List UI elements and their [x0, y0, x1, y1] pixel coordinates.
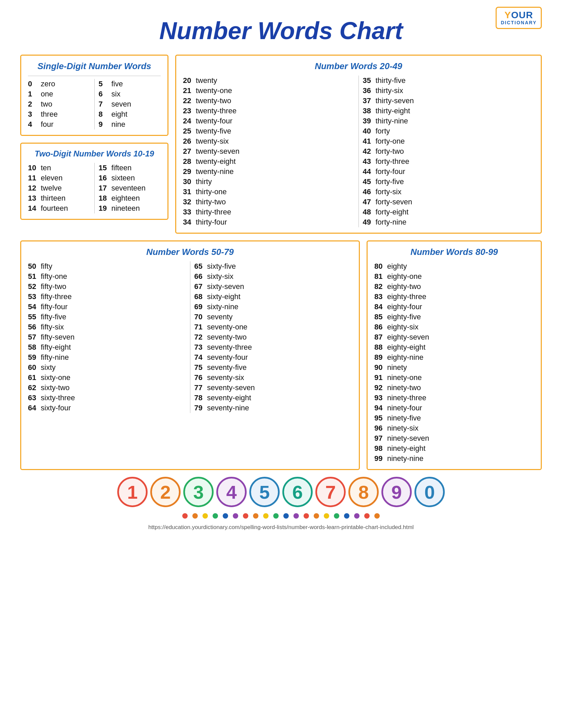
dots-row: [20, 513, 542, 519]
dot-8: [263, 513, 269, 519]
single-digit-divider: [94, 79, 95, 129]
number-word: nineteen: [112, 204, 140, 213]
list-item: 98ninety-eight: [374, 443, 531, 454]
number-word: fifty-six: [41, 323, 64, 331]
number-word: ninety-seven: [387, 434, 429, 443]
number-value: 89: [374, 353, 387, 362]
number-word: forty-seven: [376, 198, 412, 206]
list-item: 93ninety-three: [374, 393, 531, 403]
number-value: 10: [28, 164, 41, 172]
number-value: 29: [183, 167, 196, 176]
deco-number-5: 5: [249, 477, 280, 507]
number-value: 47: [363, 198, 376, 206]
dot-3: [213, 513, 218, 519]
deco-number-6: 6: [282, 477, 313, 507]
list-item: 89eighty-nine: [374, 352, 531, 362]
list-item: 85eighty-five: [374, 312, 531, 322]
number-word: eighty: [387, 262, 407, 271]
list-item: 40forty: [363, 126, 531, 136]
number-value: 37: [363, 96, 376, 105]
number-value: 49: [363, 218, 376, 227]
list-item: 74seventy-four: [194, 352, 349, 362]
number-word: eighty-one: [387, 272, 422, 281]
number-word: seventy-six: [207, 373, 244, 382]
list-item: 7seven: [99, 99, 158, 109]
single-digit-table: 0zero1one2two3three4four 5five6six7seven…: [28, 76, 161, 129]
two-digit-col2: 15fifteen16sixteen17seventeen18eighteen1…: [99, 163, 161, 213]
eighty-ninetynine-table: 80eighty81eighty-one82eighty-two83eighty…: [374, 261, 534, 464]
number-word: fifty-three: [41, 292, 72, 301]
list-item: 57fifty-seven: [28, 332, 183, 342]
number-value: 31: [183, 187, 196, 196]
logo-dictionary: DICTIONARY: [501, 20, 537, 25]
dot-11: [293, 513, 299, 519]
list-item: 45forty-five: [363, 177, 531, 187]
number-value: 68: [194, 292, 207, 301]
decorative-numbers: 1234567890: [20, 477, 542, 507]
list-item: 83eighty-three: [374, 292, 531, 302]
list-item: 26twenty-six: [183, 136, 351, 146]
number-value: 91: [374, 373, 387, 382]
list-item: 22twenty-two: [183, 96, 351, 106]
list-item: 12twelve: [28, 183, 87, 193]
list-item: 9nine: [99, 119, 158, 129]
eighty-ninetynine-title: Number Words 80-99: [374, 247, 534, 257]
number-value: 81: [374, 272, 387, 281]
list-item: 62sixty-two: [28, 383, 183, 393]
list-item: 94ninety-four: [374, 403, 531, 413]
number-value: 24: [183, 117, 196, 125]
list-item: 37thirty-seven: [363, 96, 531, 106]
list-item: 52fifty-two: [28, 282, 183, 292]
logo-y: Y: [504, 10, 511, 20]
number-value: 63: [28, 394, 41, 402]
number-word: eighty-eight: [387, 343, 426, 352]
number-word: twenty-six: [196, 137, 229, 146]
list-item: 64sixty-four: [28, 403, 183, 413]
list-item: 68sixty-eight: [194, 292, 349, 302]
twenty-fortynine-box: Number Words 20-49 20twenty21twenty-one2…: [175, 55, 542, 234]
number-word: sixty-five: [207, 262, 236, 271]
number-value: 19: [99, 204, 112, 213]
number-value: 32: [183, 198, 196, 206]
list-item: 15fifteen: [99, 163, 158, 173]
list-item: 32thirty-two: [183, 197, 351, 207]
number-word: fifty-four: [41, 302, 67, 311]
number-word: eleven: [41, 174, 63, 182]
number-value: 62: [28, 383, 41, 392]
deco-number-9: 9: [381, 477, 412, 507]
dot-14: [324, 513, 329, 519]
number-value: 39: [363, 117, 376, 125]
number-value: 92: [374, 383, 387, 392]
number-word: eighty-five: [387, 313, 421, 321]
number-word: ninety-nine: [387, 454, 424, 463]
list-item: 80eighty: [374, 261, 531, 271]
number-value: 38: [363, 107, 376, 115]
number-value: 55: [28, 313, 41, 321]
number-value: 43: [363, 157, 376, 166]
dot-2: [202, 513, 208, 519]
number-value: 33: [183, 208, 196, 216]
number-value: 42: [363, 147, 376, 156]
dot-18: [364, 513, 370, 519]
eighty-ninetynine-col1: 80eighty81eighty-one82eighty-two83eighty…: [374, 261, 534, 464]
number-word: sixty-nine: [207, 302, 239, 311]
dot-19: [374, 513, 380, 519]
number-word: thirty-six: [376, 86, 403, 95]
number-value: 52: [28, 282, 41, 291]
fifty-seventynine-title: Number Words 50-79: [28, 247, 352, 257]
list-item: 42forty-two: [363, 146, 531, 156]
number-value: 22: [183, 96, 196, 105]
number-value: 16: [99, 174, 112, 182]
list-item: 0zero: [28, 79, 87, 89]
number-value: 9: [99, 120, 112, 129]
number-word: seventy-four: [207, 353, 248, 362]
number-value: 6: [99, 90, 112, 98]
list-item: 69sixty-nine: [194, 302, 349, 312]
single-digit-col1: 0zero1one2two3three4four: [28, 79, 90, 129]
number-value: 95: [374, 414, 387, 423]
list-item: 75seventy-five: [194, 362, 349, 373]
number-word: eight: [112, 110, 128, 119]
number-value: 46: [363, 187, 376, 196]
number-value: 82: [374, 282, 387, 291]
number-word: nine: [112, 120, 126, 129]
